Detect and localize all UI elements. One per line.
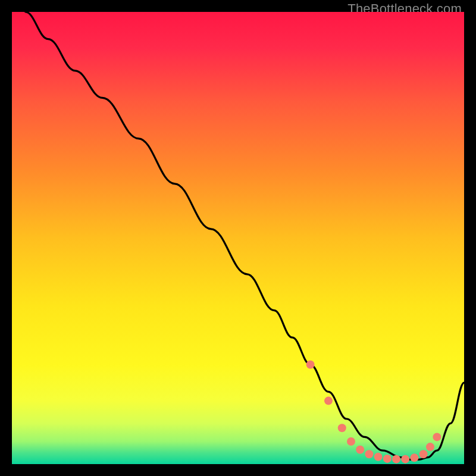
chart-frame bbox=[12, 12, 464, 464]
curve-marker bbox=[347, 437, 355, 446]
bottleneck-chart bbox=[12, 12, 464, 464]
curve-marker bbox=[383, 455, 392, 463]
curve-marker bbox=[410, 453, 418, 462]
curve-marker bbox=[306, 361, 315, 369]
gradient-background bbox=[12, 12, 464, 464]
curve-marker bbox=[365, 450, 373, 458]
curve-marker bbox=[419, 450, 428, 458]
curve-marker bbox=[374, 453, 383, 461]
curve-marker bbox=[356, 446, 364, 454]
curve-marker bbox=[433, 433, 441, 441]
curve-marker bbox=[426, 443, 434, 451]
curve-marker bbox=[401, 455, 409, 464]
curve-marker bbox=[324, 397, 333, 405]
curve-marker bbox=[392, 455, 400, 464]
curve-marker bbox=[338, 424, 346, 432]
